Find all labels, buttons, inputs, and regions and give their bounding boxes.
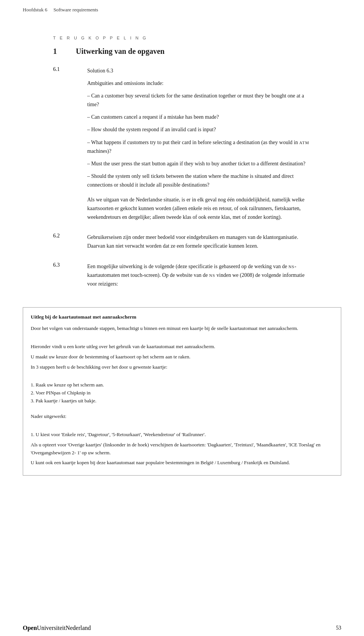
boxed-para1: Hieronder vindt u een korte uitleg over … — [31, 343, 333, 351]
main-content: T E R U G K O P P E L I N G 1 Uitwerking… — [0, 17, 364, 307]
section-content-6-3: Een mogelijke uitwerking is de volgende … — [87, 262, 311, 292]
section-num-6-1: 6.1 — [53, 66, 87, 225]
footer-logo: OpenUniversiteitNederland — [23, 625, 91, 631]
page-footer: OpenUniversiteitNederland 53 — [0, 620, 364, 636]
dutch-text-6-1: Als we uitgaan van de Nederlandse situat… — [87, 195, 311, 221]
section-6-3: 6.3 Een mogelijke uitwerking is de volge… — [53, 262, 311, 292]
nader-title: Nader uitgewerkt: — [31, 413, 333, 421]
page: Hoofdstuk 6 Software requirements T E R … — [0, 0, 364, 636]
chapter-number: Hoofdstuk 6 — [23, 7, 47, 13]
boxed-title: Uitleg bij de kaartautomaat met aanraaks… — [31, 313, 333, 321]
footer-page-num: 53 — [336, 625, 341, 631]
logo-open: Open — [23, 625, 37, 631]
boxed-para3: In 3 stappen heeft u de beschikking over… — [31, 363, 333, 371]
bullet-1: – Can a customer buy several tickets for… — [87, 91, 311, 109]
chapter-title: Software requirements — [53, 7, 98, 13]
step-1: 1. Raak uw keuze op het scherm aan. — [31, 381, 333, 389]
nader-item-1: 1. U kiest voor 'Enkele reis', 'Dagretou… — [31, 431, 333, 439]
section-main-title: Uitwerking van de opgaven — [76, 47, 165, 56]
bullet-2: – Can customers cancel a request if a mi… — [87, 113, 311, 121]
boxed-para2: U maakt uw keuze door de bestemming of k… — [31, 353, 333, 361]
nader-item-2: Als u opteert voor 'Overige kaartjes' (l… — [31, 441, 333, 457]
bullet-3: – How should the system respond if an in… — [87, 125, 311, 134]
section-num-6-3: 6.3 — [53, 262, 87, 292]
section-content-6-1: Solution 6.3 Ambiguities and omissions i… — [87, 66, 311, 225]
bullet-5: – Must the user press the start button a… — [87, 159, 311, 168]
bullet-4: – What happens if customers try to put t… — [87, 138, 311, 155]
bullet-6: – Should the system only sell tickets be… — [87, 172, 311, 189]
step-2: 2. Voer PINpas of Chipknip in — [31, 389, 333, 397]
boxed-intro: Door het volgen van onderstaande stappen… — [31, 325, 333, 333]
section-num-1: 1 — [53, 47, 76, 56]
section-num-6-2: 6.2 — [53, 233, 87, 254]
page-header: Hoofdstuk 6 Software requirements — [0, 0, 364, 17]
chapter-heading: Hoofdstuk 6 Software requirements — [23, 7, 98, 13]
section-6-2: 6.2 Gebruikerseisen zijn onder meer bedo… — [53, 233, 311, 254]
nader-item-3: U kunt ook een kaartje kopen bij deze ka… — [31, 459, 333, 467]
step-3: 3. Pak kaartje / kaartjes uit bakje. — [31, 397, 333, 405]
section-6-1: 6.1 Solution 6.3 Ambiguities and omissio… — [53, 66, 311, 225]
logo-universiteit: UniversiteitNederland — [37, 625, 91, 631]
solution-label: Solution 6.3 — [87, 66, 311, 75]
text-6-2: Gebruikerseisen zijn onder meer bedoeld … — [87, 233, 311, 250]
boxed-section: Uitleg bij de kaartautomaat met aanraaks… — [23, 307, 341, 476]
section-content-6-2: Gebruikerseisen zijn onder meer bedoeld … — [87, 233, 311, 254]
bullet-intro: Ambiguities and omissions include: — [87, 79, 311, 88]
text-6-3: Een mogelijke uitwerking is de volgende … — [87, 262, 311, 288]
terugkoppeling-label: T E R U G K O P P E L I N G — [53, 36, 311, 40]
